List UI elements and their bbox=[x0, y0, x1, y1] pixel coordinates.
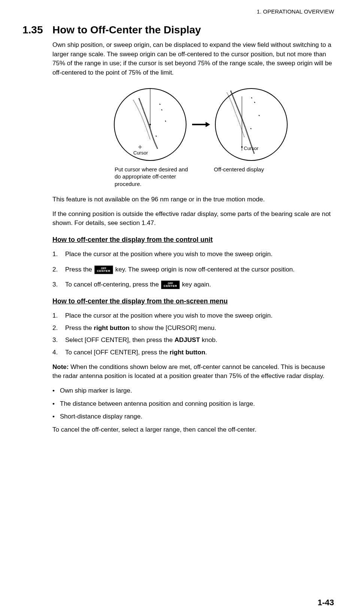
list-item: • Short-distance display range. bbox=[52, 412, 334, 422]
step-text-pre: Select [OFF CENTER], then press the bbox=[65, 336, 175, 344]
adjust-knob-label: ADJUST bbox=[175, 336, 200, 344]
intro-paragraph: Own ship position, or sweep origin, can … bbox=[52, 40, 334, 78]
section-number: 1.35 bbox=[22, 24, 52, 36]
step-text-post: knob. bbox=[200, 336, 217, 344]
cursor-label-left: Cursor bbox=[133, 150, 148, 156]
step-text: Place the cursor at the position where y… bbox=[65, 250, 334, 259]
control-unit-steps: 1. Place the cursor at the position wher… bbox=[52, 250, 334, 290]
page-number: 1-43 bbox=[318, 598, 334, 608]
bullet-icon: • bbox=[52, 399, 60, 409]
step-text-pre: To cancel [OFF CENTER], press the bbox=[65, 349, 170, 356]
cursor-label-right: Cursor bbox=[244, 146, 259, 151]
onscreen-steps: 1. Place the cursor at the position wher… bbox=[52, 311, 334, 357]
conditions-list: • Own ship marker is large. • The distan… bbox=[52, 386, 334, 422]
step-text-pre: Press the bbox=[65, 324, 94, 332]
step-number: 2. bbox=[52, 324, 65, 333]
step-text-post: . bbox=[205, 349, 207, 356]
note-paragraph: Note: When the conditions shown below ar… bbox=[52, 363, 334, 381]
step-number: 1. bbox=[52, 311, 65, 321]
section-heading: 1.35 How to Off-Center the Display bbox=[22, 24, 334, 36]
off-center-key-icon: OFF CENTER bbox=[161, 280, 180, 289]
svg-point-2 bbox=[149, 124, 151, 125]
step-text-post: key. The sweep origin is now off-centere… bbox=[115, 265, 295, 274]
list-item: 2. Press the right button to show the [C… bbox=[52, 324, 334, 333]
step-text-pre: To cancel off-centering, press the bbox=[65, 280, 159, 290]
svg-marker-6 bbox=[206, 122, 210, 127]
step-number: 2. bbox=[52, 265, 65, 274]
diagram-caption-right: Off-centered display bbox=[214, 166, 283, 188]
step-number: 3. bbox=[52, 336, 65, 345]
radar-after-svg: Cursor bbox=[214, 87, 289, 162]
bullet-text: Own ship marker is large. bbox=[60, 386, 132, 396]
right-button-label: right button bbox=[94, 324, 130, 332]
bullet-text: Short-distance display range. bbox=[60, 412, 142, 422]
step-number: 3. bbox=[52, 280, 65, 290]
list-item: • The distance between antenna position … bbox=[52, 399, 334, 409]
arrow-icon bbox=[191, 121, 210, 128]
step-text-pre: Press the bbox=[65, 265, 92, 274]
list-item: 1. Place the cursor at the position wher… bbox=[52, 311, 334, 321]
right-button-label: right button bbox=[170, 349, 205, 356]
list-item: 2. Press the OFF CENTER key. The sweep o… bbox=[52, 265, 334, 274]
diagram-caption-left: Put cursor where desired and do appropri… bbox=[115, 166, 195, 188]
page-header: 1. OPERATIONAL OVERVIEW bbox=[22, 8, 334, 15]
svg-point-9 bbox=[241, 146, 243, 148]
radar-before-svg: Cursor bbox=[113, 87, 188, 162]
bullet-icon: • bbox=[52, 386, 60, 396]
off-center-diagram: Cursor Cursor bbox=[52, 87, 334, 188]
bullet-text: The distance between antenna position an… bbox=[60, 399, 255, 409]
list-item: • Own ship marker is large. bbox=[52, 386, 334, 396]
subheading-control-unit: How to off-center the display from the c… bbox=[52, 235, 334, 244]
step-number: 4. bbox=[52, 348, 65, 357]
step-text-post: to show the [CURSOR] menu. bbox=[130, 324, 216, 332]
note-label: Note: bbox=[52, 363, 69, 370]
section-title: How to Off-Center the Display bbox=[52, 24, 201, 36]
step-text: Place the cursor at the position where y… bbox=[65, 311, 334, 321]
closing-paragraph: To cancel the off-center, select a large… bbox=[52, 425, 334, 435]
note-body: When the conditions shown below are met,… bbox=[52, 363, 325, 380]
availability-note: This feature is not available on the 96 … bbox=[52, 195, 334, 204]
subheading-onscreen: How to off-center the display from the o… bbox=[52, 296, 334, 306]
bullet-icon: • bbox=[52, 412, 60, 422]
list-item: 3. To cancel off-centering, press the OF… bbox=[52, 280, 334, 290]
off-center-key-icon: OFF CENTER bbox=[94, 266, 113, 274]
step-text-post: key again. bbox=[182, 280, 211, 290]
conning-note: If the conning position is outside the e… bbox=[52, 210, 334, 228]
step-number: 1. bbox=[52, 250, 65, 259]
list-item: 1. Place the cursor at the position wher… bbox=[52, 250, 334, 259]
list-item: 4. To cancel [OFF CENTER], press the rig… bbox=[52, 348, 334, 357]
list-item: 3. Select [OFF CENTER], then press the A… bbox=[52, 336, 334, 345]
